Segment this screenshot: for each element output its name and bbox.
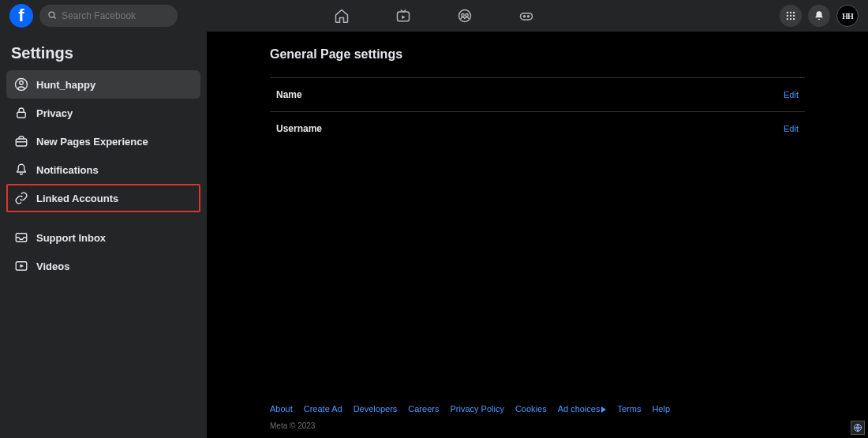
- setting-label: Name: [276, 89, 302, 100]
- edit-link-name[interactable]: Edit: [784, 90, 799, 99]
- svg-rect-21: [16, 139, 27, 146]
- svg-rect-6: [521, 13, 533, 20]
- sidebar-item-linked-accounts[interactable]: Linked Accounts: [6, 184, 200, 212]
- sidebar-item-label: Support Inbox: [36, 232, 106, 244]
- top-navbar: f HH: [0, 0, 868, 32]
- sidebar-item-new-pages[interactable]: New Pages Experience: [6, 127, 200, 155]
- page-footer: About Create Ad Developers Careers Priva…: [270, 404, 805, 430]
- briefcase-icon: [14, 134, 28, 148]
- svg-point-15: [787, 18, 788, 20]
- adchoices-icon: [601, 406, 606, 413]
- footer-copyright: Meta © 2023: [270, 421, 805, 430]
- footer-links: About Create Ad Developers Careers Priva…: [270, 404, 805, 414]
- menu-grid-button[interactable]: [780, 5, 802, 27]
- home-icon[interactable]: [334, 8, 350, 24]
- footer-link-cookies[interactable]: Cookies: [515, 404, 547, 414]
- settings-sidebar: Settings Hunt_happy Privacy New Pages Ex…: [0, 32, 207, 438]
- search-icon: [47, 9, 57, 23]
- sidebar-item-notifications[interactable]: Notifications: [6, 155, 200, 184]
- content-area: General Page settings Name Edit Username…: [207, 32, 868, 438]
- svg-point-7: [524, 16, 526, 17]
- edit-link-username[interactable]: Edit: [784, 124, 799, 133]
- lock-icon: [14, 106, 28, 120]
- svg-point-10: [790, 12, 791, 13]
- sidebar-item-label: Hunt_happy: [36, 79, 95, 91]
- footer-link-privacy[interactable]: Privacy Policy: [450, 404, 503, 414]
- svg-point-3: [459, 10, 471, 22]
- watch-icon[interactable]: [395, 8, 411, 24]
- svg-point-16: [790, 18, 791, 20]
- main-layout: Settings Hunt_happy Privacy New Pages Ex…: [0, 32, 868, 438]
- sidebar-item-label: Videos: [36, 260, 69, 272]
- video-icon: [14, 259, 28, 273]
- footer-link-help[interactable]: Help: [652, 404, 670, 414]
- accessibility-globe-icon[interactable]: [851, 421, 865, 435]
- sidebar-item-label: Linked Accounts: [36, 193, 118, 204]
- svg-point-9: [787, 12, 788, 13]
- setting-label: Username: [276, 123, 322, 134]
- footer-link-create-ad[interactable]: Create Ad: [304, 404, 342, 414]
- svg-rect-20: [17, 112, 26, 118]
- svg-point-8: [528, 16, 529, 17]
- profile-icon: [14, 77, 28, 92]
- search-input[interactable]: [62, 10, 170, 21]
- footer-link-careers[interactable]: Careers: [408, 404, 439, 414]
- sidebar-title: Settings: [6, 41, 200, 70]
- gaming-icon[interactable]: [518, 8, 534, 24]
- sidebar-item-label: Notifications: [36, 164, 99, 176]
- account-avatar[interactable]: HH: [836, 5, 859, 27]
- bell-icon: [14, 163, 28, 177]
- sidebar-item-label: Privacy: [36, 107, 73, 119]
- sidebar-item-support-inbox[interactable]: Support Inbox: [6, 223, 200, 252]
- svg-point-4: [462, 14, 464, 17]
- setting-row-username: Username Edit: [270, 111, 805, 145]
- svg-point-13: [790, 15, 791, 17]
- svg-point-19: [20, 81, 24, 85]
- footer-link-about[interactable]: About: [270, 404, 293, 414]
- setting-row-name: Name Edit: [270, 77, 805, 111]
- svg-line-1: [54, 17, 56, 19]
- search-field[interactable]: [39, 5, 178, 27]
- svg-point-0: [49, 12, 54, 17]
- link-icon: [14, 191, 28, 205]
- notifications-button[interactable]: [808, 5, 830, 27]
- svg-point-11: [793, 12, 795, 13]
- footer-link-terms[interactable]: Terms: [617, 404, 641, 414]
- svg-point-14: [793, 15, 795, 17]
- svg-point-12: [787, 15, 788, 17]
- sidebar-item-profile[interactable]: Hunt_happy: [6, 70, 200, 99]
- sidebar-item-privacy[interactable]: Privacy: [6, 99, 200, 127]
- topnav-right: HH: [780, 5, 859, 27]
- svg-point-17: [793, 18, 795, 20]
- sidebar-item-videos[interactable]: Videos: [6, 252, 200, 280]
- svg-point-5: [466, 14, 468, 17]
- center-nav: [334, 0, 534, 32]
- footer-link-adchoices[interactable]: Ad choices: [558, 404, 607, 414]
- footer-link-developers[interactable]: Developers: [354, 404, 398, 414]
- groups-icon[interactable]: [457, 8, 473, 24]
- sidebar-item-label: New Pages Experience: [36, 136, 148, 148]
- inbox-icon: [14, 230, 28, 245]
- facebook-logo[interactable]: f: [9, 4, 33, 28]
- page-title: General Page settings: [270, 47, 805, 62]
